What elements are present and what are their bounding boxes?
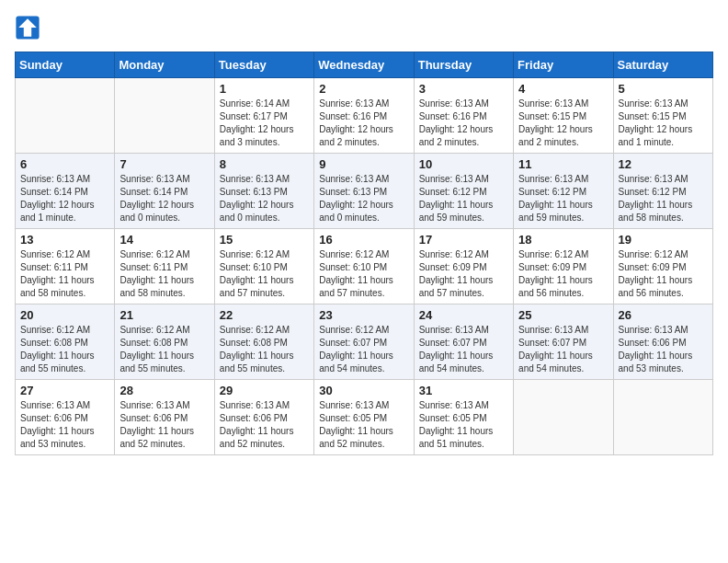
day-number: 8: [220, 157, 309, 171]
day-info: Sunrise: 6:12 AM Sunset: 6:11 PM Dayligh…: [119, 248, 209, 300]
day-number: 30: [319, 384, 408, 397]
day-number: 5: [619, 82, 708, 96]
day-info: Sunrise: 6:12 AM Sunset: 6:09 PM Dayligh…: [518, 248, 608, 300]
day-number: 15: [220, 233, 309, 247]
day-number: 10: [419, 157, 508, 171]
day-info: Sunrise: 6:13 AM Sunset: 6:14 PM Dayligh…: [119, 173, 209, 224]
day-info: Sunrise: 6:13 AM Sunset: 6:13 PM Dayligh…: [220, 173, 309, 224]
day-number: 29: [220, 384, 309, 397]
calendar-cell: 21Sunrise: 6:12 AM Sunset: 6:08 PM Dayli…: [115, 304, 214, 380]
day-info: Sunrise: 6:13 AM Sunset: 6:06 PM Dayligh…: [619, 324, 708, 375]
day-info: Sunrise: 6:13 AM Sunset: 6:06 PM Dayligh…: [20, 399, 109, 451]
calendar-cell: [16, 78, 115, 154]
calendar-cell: 16Sunrise: 6:12 AM Sunset: 6:10 PM Dayli…: [314, 229, 414, 304]
day-number: 12: [619, 157, 708, 171]
day-info: Sunrise: 6:12 AM Sunset: 6:09 PM Dayligh…: [619, 248, 708, 300]
calendar-cell: 4Sunrise: 6:13 AM Sunset: 6:15 PM Daylig…: [514, 78, 613, 154]
calendar-week-row: 6Sunrise: 6:13 AM Sunset: 6:14 PM Daylig…: [16, 154, 713, 229]
day-info: Sunrise: 6:13 AM Sunset: 6:06 PM Dayligh…: [119, 399, 209, 451]
day-info: Sunrise: 6:13 AM Sunset: 6:07 PM Dayligh…: [419, 324, 508, 375]
day-info: Sunrise: 6:13 AM Sunset: 6:12 PM Dayligh…: [518, 173, 608, 224]
day-number: 1: [220, 82, 309, 96]
day-info: Sunrise: 6:13 AM Sunset: 6:07 PM Dayligh…: [518, 324, 608, 375]
calendar-week-row: 13Sunrise: 6:12 AM Sunset: 6:11 PM Dayli…: [16, 229, 713, 304]
day-number: 6: [20, 157, 109, 171]
calendar-cell: 6Sunrise: 6:13 AM Sunset: 6:14 PM Daylig…: [16, 154, 115, 229]
day-number: 18: [518, 233, 608, 247]
day-number: 4: [518, 82, 608, 96]
calendar-cell: 23Sunrise: 6:12 AM Sunset: 6:07 PM Dayli…: [314, 304, 414, 380]
day-number: 9: [319, 157, 408, 171]
day-info: Sunrise: 6:13 AM Sunset: 6:16 PM Dayligh…: [319, 98, 408, 149]
day-info: Sunrise: 6:12 AM Sunset: 6:10 PM Dayligh…: [319, 248, 408, 300]
calendar-cell: 26Sunrise: 6:13 AM Sunset: 6:06 PM Dayli…: [613, 304, 712, 380]
day-number: 24: [419, 308, 508, 322]
day-number: 25: [518, 308, 608, 322]
weekday-header: Tuesday: [214, 52, 313, 78]
calendar-cell: 28Sunrise: 6:13 AM Sunset: 6:06 PM Dayli…: [115, 380, 214, 455]
day-number: 28: [119, 384, 209, 397]
calendar-cell: 11Sunrise: 6:13 AM Sunset: 6:12 PM Dayli…: [514, 154, 613, 229]
calendar-cell: 3Sunrise: 6:13 AM Sunset: 6:16 PM Daylig…: [414, 78, 513, 154]
day-number: 16: [319, 233, 408, 247]
day-number: 19: [619, 233, 708, 247]
page-header: [15, 15, 713, 40]
calendar-week-row: 27Sunrise: 6:13 AM Sunset: 6:06 PM Dayli…: [16, 380, 713, 455]
calendar-cell: 25Sunrise: 6:13 AM Sunset: 6:07 PM Dayli…: [514, 304, 613, 380]
weekday-header: Saturday: [613, 52, 712, 78]
calendar-cell: 5Sunrise: 6:13 AM Sunset: 6:15 PM Daylig…: [613, 78, 712, 154]
day-info: Sunrise: 6:13 AM Sunset: 6:05 PM Dayligh…: [319, 399, 408, 451]
calendar-cell: [115, 78, 214, 154]
day-info: Sunrise: 6:13 AM Sunset: 6:12 PM Dayligh…: [619, 173, 708, 224]
day-info: Sunrise: 6:12 AM Sunset: 6:09 PM Dayligh…: [419, 248, 508, 300]
weekday-header-row: SundayMondayTuesdayWednesdayThursdayFrid…: [16, 52, 713, 78]
calendar-cell: 29Sunrise: 6:13 AM Sunset: 6:06 PM Dayli…: [214, 380, 313, 455]
day-number: 20: [20, 308, 109, 322]
day-info: Sunrise: 6:13 AM Sunset: 6:15 PM Dayligh…: [619, 98, 708, 149]
calendar-cell: 14Sunrise: 6:12 AM Sunset: 6:11 PM Dayli…: [115, 229, 214, 304]
calendar-cell: 10Sunrise: 6:13 AM Sunset: 6:12 PM Dayli…: [414, 154, 513, 229]
day-number: 2: [319, 82, 408, 96]
day-info: Sunrise: 6:13 AM Sunset: 6:15 PM Dayligh…: [518, 98, 608, 149]
day-number: 26: [619, 308, 708, 322]
day-info: Sunrise: 6:12 AM Sunset: 6:08 PM Dayligh…: [220, 324, 309, 375]
day-number: 23: [319, 308, 408, 322]
day-info: Sunrise: 6:13 AM Sunset: 6:16 PM Dayligh…: [419, 98, 508, 149]
day-info: Sunrise: 6:13 AM Sunset: 6:12 PM Dayligh…: [419, 173, 508, 224]
day-info: Sunrise: 6:13 AM Sunset: 6:14 PM Dayligh…: [20, 173, 109, 224]
calendar-cell: 17Sunrise: 6:12 AM Sunset: 6:09 PM Dayli…: [414, 229, 513, 304]
day-number: 7: [119, 157, 209, 171]
calendar-cell: 27Sunrise: 6:13 AM Sunset: 6:06 PM Dayli…: [16, 380, 115, 455]
day-number: 31: [419, 384, 508, 397]
day-number: 17: [419, 233, 508, 247]
calendar-cell: 18Sunrise: 6:12 AM Sunset: 6:09 PM Dayli…: [514, 229, 613, 304]
day-number: 11: [518, 157, 608, 171]
day-info: Sunrise: 6:12 AM Sunset: 6:08 PM Dayligh…: [20, 324, 109, 375]
day-info: Sunrise: 6:12 AM Sunset: 6:11 PM Dayligh…: [20, 248, 109, 300]
day-info: Sunrise: 6:12 AM Sunset: 6:10 PM Dayligh…: [220, 248, 309, 300]
weekday-header: Monday: [115, 52, 214, 78]
day-number: 27: [20, 384, 109, 397]
calendar-cell: 13Sunrise: 6:12 AM Sunset: 6:11 PM Dayli…: [16, 229, 115, 304]
calendar-week-row: 20Sunrise: 6:12 AM Sunset: 6:08 PM Dayli…: [16, 304, 713, 380]
day-info: Sunrise: 6:14 AM Sunset: 6:17 PM Dayligh…: [220, 98, 309, 149]
calendar-cell: 31Sunrise: 6:13 AM Sunset: 6:05 PM Dayli…: [414, 380, 513, 455]
calendar-cell: 24Sunrise: 6:13 AM Sunset: 6:07 PM Dayli…: [414, 304, 513, 380]
weekday-header: Thursday: [414, 52, 513, 78]
calendar-cell: 9Sunrise: 6:13 AM Sunset: 6:13 PM Daylig…: [314, 154, 414, 229]
day-info: Sunrise: 6:12 AM Sunset: 6:08 PM Dayligh…: [119, 324, 209, 375]
day-number: 14: [119, 233, 209, 247]
day-number: 22: [220, 308, 309, 322]
logo-icon: [15, 15, 40, 40]
calendar-cell: 22Sunrise: 6:12 AM Sunset: 6:08 PM Dayli…: [214, 304, 313, 380]
logo: [15, 15, 44, 40]
calendar-cell: [514, 380, 613, 455]
calendar-cell: 1Sunrise: 6:14 AM Sunset: 6:17 PM Daylig…: [214, 78, 313, 154]
calendar-cell: [613, 380, 712, 455]
day-info: Sunrise: 6:13 AM Sunset: 6:06 PM Dayligh…: [220, 399, 309, 451]
calendar-cell: 8Sunrise: 6:13 AM Sunset: 6:13 PM Daylig…: [214, 154, 313, 229]
day-info: Sunrise: 6:12 AM Sunset: 6:07 PM Dayligh…: [319, 324, 408, 375]
calendar-cell: 12Sunrise: 6:13 AM Sunset: 6:12 PM Dayli…: [613, 154, 712, 229]
calendar-cell: 20Sunrise: 6:12 AM Sunset: 6:08 PM Dayli…: [16, 304, 115, 380]
day-info: Sunrise: 6:13 AM Sunset: 6:05 PM Dayligh…: [419, 399, 508, 451]
